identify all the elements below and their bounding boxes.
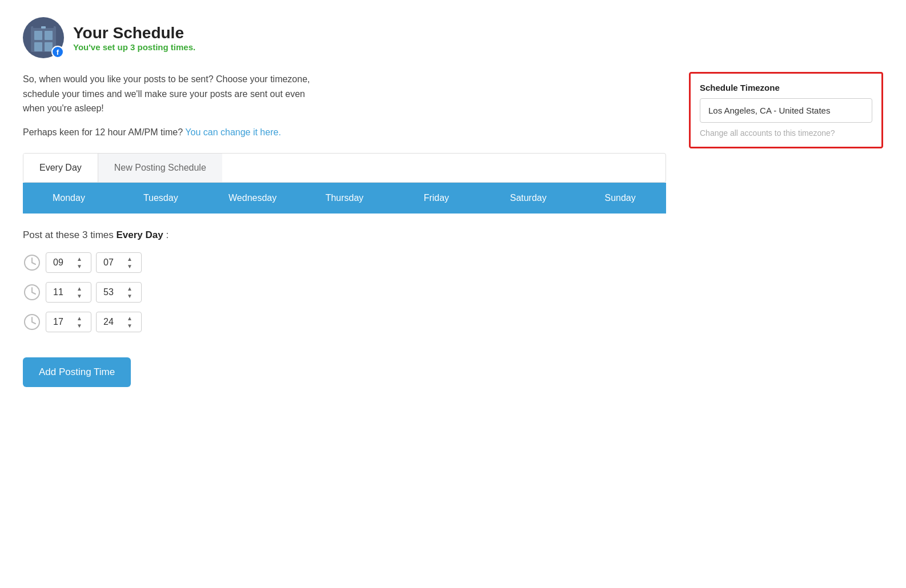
hour-input-2[interactable] — [46, 283, 73, 302]
minute-down-1[interactable]: ▼ — [125, 263, 134, 270]
minute-up-1[interactable]: ▲ — [125, 256, 134, 263]
minute-input-2[interactable] — [97, 283, 123, 302]
svg-rect-2 — [34, 31, 42, 40]
timezone-box: Schedule Timezone Los Angeles, CA - Unit… — [689, 72, 883, 148]
svg-rect-6 — [41, 26, 46, 29]
hour-spinner-2[interactable]: ▲ ▼ — [46, 282, 91, 303]
timezone-title: Schedule Timezone — [700, 83, 872, 92]
svg-line-12 — [32, 292, 35, 294]
hour-arrows-1[interactable]: ▲ ▼ — [73, 255, 86, 271]
header-text: Your Schedule You've set up 3 posting ti… — [73, 24, 195, 52]
tab-every-day[interactable]: Every Day — [23, 154, 98, 182]
description-text: So, when would you like your posts to be… — [23, 72, 666, 116]
days-bar: Monday Tuesday Wednesday Thursday Friday… — [23, 183, 666, 214]
clock-icon-1 — [23, 253, 41, 272]
clock-icon-3 — [23, 313, 41, 331]
minute-input-1[interactable] — [97, 253, 123, 272]
minute-spinner-2[interactable]: ▲ ▼ — [96, 282, 142, 303]
change-timezone-link[interactable]: Change all accounts to this timezone? — [700, 128, 872, 138]
facebook-badge: f — [51, 46, 64, 58]
svg-rect-3 — [45, 31, 53, 40]
hour-spinner-1[interactable]: ▲ ▼ — [46, 252, 91, 273]
minute-up-3[interactable]: ▲ — [125, 315, 134, 322]
hour-up-3[interactable]: ▲ — [75, 315, 84, 322]
page-header: f Your Schedule You've set up 3 posting … — [23, 17, 883, 58]
minute-arrows-3[interactable]: ▲ ▼ — [123, 314, 137, 331]
day-friday[interactable]: Friday — [390, 183, 482, 214]
minute-down-2[interactable]: ▼ — [125, 293, 134, 300]
hour-input-3[interactable] — [46, 312, 73, 332]
hour-down-1[interactable]: ▼ — [75, 263, 84, 270]
main-layout: So, when would you like your posts to be… — [23, 72, 883, 387]
day-monday[interactable]: Monday — [23, 183, 115, 214]
time-row-2: ▲ ▼ ▲ ▼ — [23, 282, 666, 303]
add-posting-time-button[interactable]: Add Posting Time — [23, 357, 131, 387]
day-tuesday[interactable]: Tuesday — [115, 183, 207, 214]
day-thursday[interactable]: Thursday — [299, 183, 391, 214]
minute-arrows-1[interactable]: ▲ ▼ — [123, 255, 137, 271]
clock-icon-2 — [23, 283, 41, 301]
hour-arrows-3[interactable]: ▲ ▼ — [73, 314, 86, 331]
timezone-select[interactable]: Los Angeles, CA - United States — [700, 98, 872, 123]
change-time-format-link[interactable]: You can change it here. — [185, 127, 281, 137]
page-title: Your Schedule — [73, 24, 195, 42]
minute-input-3[interactable] — [97, 312, 123, 332]
hour-down-3[interactable]: ▼ — [75, 323, 84, 329]
day-sunday[interactable]: Sunday — [574, 183, 666, 214]
post-times-header: Post at these 3 times Every Day : — [23, 229, 666, 241]
svg-rect-4 — [34, 42, 42, 51]
minute-down-3[interactable]: ▼ — [125, 323, 134, 329]
hour-spinner-3[interactable]: ▲ ▼ — [46, 312, 91, 332]
minute-up-2[interactable]: ▲ — [125, 285, 134, 292]
time-row-3: ▲ ▼ ▲ ▼ — [23, 312, 666, 332]
svg-line-15 — [32, 322, 35, 324]
day-saturday[interactable]: Saturday — [482, 183, 574, 214]
minute-arrows-2[interactable]: ▲ ▼ — [123, 284, 137, 301]
header-subtitle: You've set up 3 posting times. — [73, 42, 195, 52]
minute-spinner-3[interactable]: ▲ ▼ — [96, 312, 142, 332]
hour-up-2[interactable]: ▲ — [75, 285, 84, 292]
hour-down-2[interactable]: ▼ — [75, 293, 84, 300]
hour-up-1[interactable]: ▲ — [75, 256, 84, 263]
hour-arrows-2[interactable]: ▲ ▼ — [73, 284, 86, 301]
svg-line-9 — [32, 263, 35, 264]
day-wednesday[interactable]: Wednesday — [207, 183, 299, 214]
tab-new-posting-schedule[interactable]: New Posting Schedule — [98, 154, 222, 182]
ampm-hint: Perhaps keen for 12 hour AM/PM time? You… — [23, 125, 666, 140]
right-panel: Schedule Timezone Los Angeles, CA - Unit… — [689, 72, 883, 148]
hour-input-1[interactable] — [46, 253, 73, 272]
tabs-container: Every Day New Posting Schedule — [23, 153, 666, 183]
minute-spinner-1[interactable]: ▲ ▼ — [96, 252, 142, 273]
avatar-wrap: f — [23, 17, 64, 58]
time-row-1: ▲ ▼ ▲ ▼ — [23, 252, 666, 273]
left-content: So, when would you like your posts to be… — [23, 72, 666, 387]
